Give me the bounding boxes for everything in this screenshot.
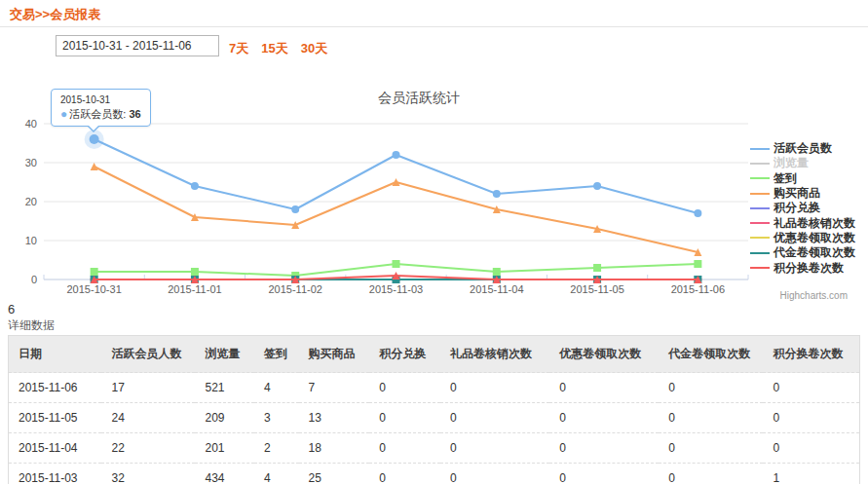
legend-marker-icon bbox=[750, 262, 770, 274]
table-cell: 0 bbox=[440, 403, 549, 433]
quick-range-7d[interactable]: 7天 bbox=[229, 40, 248, 57]
table-header-cell: 积分兑换 bbox=[369, 336, 440, 373]
legend-marker-icon bbox=[750, 158, 770, 169]
legend-item-1[interactable]: 浏览量 bbox=[750, 156, 855, 170]
legend-item-7[interactable]: 代金卷领取次数 bbox=[750, 245, 855, 260]
x-axis-label: 2015-11-04 bbox=[470, 283, 523, 295]
table-cell: 521 bbox=[195, 373, 254, 403]
legend-item-8[interactable]: 积分换卷次数 bbox=[750, 260, 855, 275]
table-cell: 0 bbox=[369, 433, 440, 464]
y-axis-label: 30 bbox=[25, 157, 37, 168]
highcharts-credits[interactable]: Highcharts.com bbox=[780, 290, 848, 301]
legend-marker-icon bbox=[750, 143, 770, 155]
table-cell: 17 bbox=[101, 373, 195, 403]
x-axis-label: 2015-11-01 bbox=[168, 283, 221, 295]
table-header-row: 日期活跃会员人数浏览量签到购买商品积分兑换礼品卷核销次数优惠卷领取次数代金卷领取… bbox=[9, 336, 860, 373]
table-header-cell: 浏览量 bbox=[195, 336, 254, 373]
table-header-cell: 日期 bbox=[9, 336, 102, 373]
data-point[interactable] bbox=[694, 260, 701, 268]
table-cell: 0 bbox=[549, 403, 659, 433]
legend-marker-icon bbox=[750, 172, 770, 184]
data-point[interactable] bbox=[493, 190, 501, 198]
data-point[interactable] bbox=[191, 268, 199, 276]
table-cell: 0 bbox=[549, 464, 659, 484]
quick-range-30d[interactable]: 30天 bbox=[301, 40, 327, 57]
data-point[interactable] bbox=[191, 182, 199, 190]
legend-label: 积分换卷次数 bbox=[774, 260, 844, 277]
table-cell: 1 bbox=[763, 464, 859, 484]
x-axis-label: 2015-11-03 bbox=[369, 283, 423, 295]
table-cell: 0 bbox=[659, 373, 763, 403]
y-axis-label: 10 bbox=[25, 235, 37, 246]
data-point[interactable] bbox=[393, 151, 400, 159]
table-cell: 7 bbox=[299, 373, 370, 403]
detail-table: 日期活跃会员人数浏览量签到购买商品积分兑换礼品卷核销次数优惠卷领取次数代金卷领取… bbox=[8, 335, 860, 484]
table-cell: 24 bbox=[101, 403, 195, 433]
data-point[interactable] bbox=[593, 182, 601, 190]
data-point[interactable] bbox=[593, 264, 601, 272]
table-row: 2015-11-052420931300000 bbox=[9, 403, 860, 433]
legend-marker-icon bbox=[750, 247, 770, 259]
legend-item-2[interactable]: 签到 bbox=[750, 171, 855, 186]
series-bullet-icon: ● bbox=[60, 107, 67, 121]
tooltip-date: 2015-10-31 bbox=[60, 94, 141, 105]
data-point[interactable] bbox=[493, 268, 501, 276]
table-cell: 25 bbox=[299, 464, 370, 484]
table-header-cell: 购买商品 bbox=[299, 336, 370, 373]
legend-item-5[interactable]: 礼品卷核销次数 bbox=[750, 215, 855, 230]
date-range-input[interactable] bbox=[56, 35, 219, 56]
legend-item-4[interactable]: 积分兑换 bbox=[750, 201, 855, 215]
table-cell: 18 bbox=[299, 433, 370, 464]
table-cell: 13 bbox=[299, 403, 370, 433]
table-cell: 434 bbox=[195, 464, 254, 484]
data-point[interactable] bbox=[393, 260, 400, 268]
chart: 会员活跃统计 0102030402015-10-312015-11-012015… bbox=[0, 68, 868, 307]
table-cell: 0 bbox=[440, 464, 549, 484]
legend-marker-icon bbox=[750, 203, 770, 214]
table-cell: 0 bbox=[369, 403, 440, 433]
legend-item-3[interactable]: 购买商品 bbox=[750, 186, 855, 201]
breadcrumb: 交易>>会员报表 bbox=[10, 6, 100, 23]
quick-range-links: 7天 15天 30天 bbox=[229, 40, 327, 57]
tooltip-series-row: ●活跃会员数: 36 bbox=[60, 107, 141, 122]
x-axis-label: 2015-11-06 bbox=[671, 283, 725, 295]
table-header-cell: 签到 bbox=[254, 336, 298, 373]
table-row: 2015-11-06175214700000 bbox=[9, 373, 860, 403]
legend-item-0[interactable]: 活跃会员数 bbox=[750, 141, 855, 156]
series-line-0 bbox=[94, 139, 698, 213]
table-cell: 0 bbox=[369, 464, 440, 484]
table-cell: 2015-11-05 bbox=[9, 403, 102, 433]
header-divider bbox=[0, 26, 868, 27]
legend-item-6[interactable]: 优惠卷领取次数 bbox=[750, 231, 855, 245]
data-point[interactable] bbox=[91, 268, 98, 276]
table-cell: 4 bbox=[254, 373, 298, 403]
table-cell: 0 bbox=[763, 373, 859, 403]
table-cell: 22 bbox=[101, 433, 195, 464]
table-cell: 2015-11-04 bbox=[9, 433, 102, 464]
table-cell: 0 bbox=[763, 403, 859, 433]
table-cell: 3 bbox=[254, 403, 298, 433]
quick-range-15d[interactable]: 15天 bbox=[261, 40, 287, 57]
data-point[interactable] bbox=[291, 205, 299, 213]
detail-data-label: 详细数据 bbox=[8, 317, 55, 334]
table-cell: 0 bbox=[440, 433, 549, 464]
table-row: 2015-11-042220121800000 bbox=[9, 433, 860, 464]
table-header-cell: 礼品卷核销次数 bbox=[440, 336, 549, 373]
table-cell: 0 bbox=[549, 433, 659, 464]
table-cell: 0 bbox=[659, 433, 763, 464]
table-cell: 4 bbox=[254, 464, 298, 484]
chart-legend: 活跃会员数浏览量签到购买商品积分兑换礼品卷核销次数优惠卷领取次数代金卷领取次数积… bbox=[750, 141, 855, 276]
data-point[interactable] bbox=[694, 209, 701, 217]
row-count: 6 bbox=[8, 302, 15, 316]
hovered-data-point[interactable] bbox=[90, 134, 99, 144]
data-point[interactable] bbox=[91, 163, 98, 170]
table-cell: 2 bbox=[254, 433, 298, 464]
table-cell: 0 bbox=[369, 373, 440, 403]
x-axis-label: 2015-11-02 bbox=[268, 283, 321, 295]
table-cell: 2015-11-03 bbox=[9, 464, 102, 484]
table-cell: 0 bbox=[763, 433, 859, 464]
table-header-cell: 优惠卷领取次数 bbox=[549, 336, 659, 373]
table-cell: 0 bbox=[549, 373, 659, 403]
x-axis-label: 2015-11-05 bbox=[570, 283, 623, 295]
table-cell: 2015-11-06 bbox=[9, 373, 102, 403]
